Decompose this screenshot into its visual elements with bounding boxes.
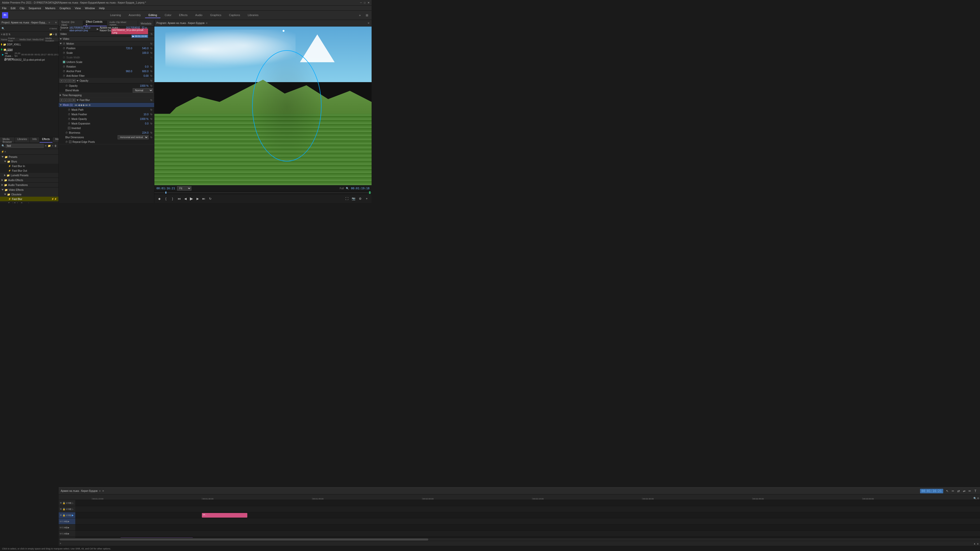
rotation-stopwatch[interactable]: ⏱ [63,65,65,68]
effects-group-presets-header[interactable]: 📁 Presets [0,155,59,159]
tab-learning[interactable]: Learning [107,13,124,18]
blend-mode-dropdown[interactable]: Normal Multiply Screen [133,88,153,93]
opacity-stopwatch[interactable]: ⏱ [65,84,68,87]
circle-mask-overlay[interactable] [252,50,321,161]
tab-libraries[interactable]: Libraries [15,137,30,143]
tab-audio-clip-mixer[interactable]: Audio Clip Mixer: Армия... [107,21,138,26]
opacity-pen[interactable]: ✏ [72,79,76,83]
sort-btn[interactable]: ⇅ [8,33,11,36]
anchor-stopwatch[interactable]: ⏱ [63,70,65,73]
opacity-fx-toggle[interactable]: f [60,79,63,83]
project-panel-close-icon[interactable]: ✕ [55,21,57,24]
effects-group-video-effects-header[interactable]: 📁 Video Effects [0,187,59,192]
mask-expansion-stopwatch[interactable]: ⏱ [68,122,70,125]
anti-flicker-reset-btn[interactable]: ↻ [150,74,153,78]
mask-feather-value[interactable]: 10.0 [133,113,148,116]
effects-group-obsolete-header[interactable]: 📁 Obsolete [0,192,59,197]
scale-reset-btn[interactable]: ↻ [150,51,153,55]
effects-group-audio-transitions-header[interactable]: 📁 Audio Transitions [0,183,59,187]
step-back-btn[interactable]: ◀ [183,196,188,202]
tab-color[interactable]: Color [161,13,175,18]
maximize-btn[interactable]: □ [364,1,366,4]
play-pause-btn[interactable]: ▶ [189,196,194,202]
minimize-btn[interactable]: ─ [360,1,362,4]
repeat-edge-checkbox[interactable] [69,141,72,143]
program-scrubber[interactable] [154,191,372,194]
tab-effects[interactable]: Effects [40,137,52,143]
ec-motion-header[interactable]: ⏱ Motion ↻ [59,41,154,46]
add-marker-btn[interactable]: ◆ [156,196,162,202]
effect-fast-blur-out[interactable]: ⚡ Fast Blur Out [0,168,59,173]
mask-track-btn[interactable]: ⊕ [89,103,91,106]
ec-opacity-header[interactable]: f ○ □ ✏ Opacity ↻ [59,78,154,83]
anti-flicker-value[interactable]: 0.00 [133,75,148,77]
program-zoom-icon[interactable]: 🔍 [346,187,349,190]
blurriness-stopwatch[interactable]: ⏱ [65,131,68,134]
mask-feather-reset-btn[interactable]: ↻ [150,113,153,116]
fast-blur-fx-toggle[interactable]: f [60,98,63,102]
trash-btn[interactable]: 🗑 [55,33,57,36]
view-list-btn[interactable]: ≡ [1,33,3,36]
opacity-mask-rect[interactable]: □ [68,79,72,83]
opacity-value[interactable]: 1000 % [133,84,148,87]
effects-group-blurs-header[interactable]: 📁 Blurs [0,159,59,164]
tab-markers[interactable]: Markers [52,137,59,143]
program-menu-icon[interactable]: ≡ [206,22,207,24]
tab-effects[interactable]: Effects [176,13,191,18]
workspace-more-btn[interactable]: » [357,13,363,18]
step-fwd-btn[interactable]: ▶ [195,196,200,202]
view-free-btn[interactable]: ☰ [6,33,8,36]
rotation-value[interactable]: 0.0 [133,65,148,68]
effects-search-input[interactable] [6,144,44,148]
fast-blur-pen[interactable]: ✏ [72,98,76,102]
menu-graphics[interactable]: Graphics [59,6,71,10]
scrubber-playhead[interactable] [165,192,166,194]
tab-libraries[interactable]: Libraries [244,13,262,18]
inverted-checkbox[interactable] [68,127,70,129]
menu-edit[interactable]: Edit [11,6,16,10]
mask-add-keyframe-btn[interactable]: ◆ [80,103,83,106]
mask-frame-fwd-btn[interactable]: ⏭ [86,103,88,106]
fast-blur-mask-ellipse[interactable]: ○ [64,98,67,102]
workspace-settings-btn[interactable]: ⊞ [364,13,369,18]
antiflicker-stopwatch[interactable]: ⏱ [63,75,65,77]
menu-window[interactable]: Window [85,6,95,10]
mask-expansion-reset-btn[interactable]: ↻ [150,122,153,125]
blurriness-value[interactable]: 224.0 [133,131,148,134]
scale-width-reset-btn[interactable]: ↻ [150,56,153,59]
view-icon-btn[interactable]: ⊞ [3,33,5,36]
menu-file[interactable]: File [2,6,6,10]
rotation-reset-btn[interactable]: ↻ [150,65,153,68]
fast-blur-mask-rect[interactable]: □ [68,98,72,102]
mask-play-back-btn[interactable]: ◀ [78,103,80,106]
fast-blur-reset-btn[interactable]: ↻ [150,98,153,102]
anchor-y-value[interactable]: 600.0 [133,70,148,73]
effects-view-toggle[interactable]: ≡ [5,150,6,153]
menu-markers[interactable]: Markers [45,6,56,10]
mask-expansion-value[interactable]: 0.0 [133,122,148,125]
effects-new-preset-btn[interactable]: + [52,144,53,147]
tab-metadata[interactable]: Metadata [138,21,154,26]
anchor-x-value[interactable]: 960.0 [117,70,132,73]
menu-sequence[interactable]: Sequence [29,6,41,10]
new-item-btn[interactable]: + [53,33,54,36]
position-y-value[interactable]: 540.0 [133,47,148,50]
effects-group-audio-header[interactable]: 📁 Audio Effects [0,178,59,183]
position-stopwatch[interactable]: ⏱ [63,47,65,50]
uniform-scale-checkbox[interactable] [63,61,65,63]
tab-captions[interactable]: Captions [225,13,243,18]
motion-stopwatch[interactable]: ⏱ [63,42,65,45]
tab-media-browser[interactable]: Media Browser [0,137,15,143]
scale-stopwatch[interactable]: ⏱ [63,52,65,54]
mask-opacity-value[interactable]: 1000 % [133,118,148,121]
new-bin-btn[interactable]: 📁 [49,33,52,36]
export-frame-btn[interactable]: 📷 [351,196,356,202]
tab-effect-controls[interactable]: Effect Controls ≡ [83,21,107,26]
settings-btn[interactable]: ⚙ [357,196,363,202]
ec-timeline-scroll-btn[interactable]: ↻ [149,33,154,35]
project-panel-menu-icon[interactable]: ≡ [49,21,50,24]
opacity-val-reset-btn[interactable]: ↻ [150,84,153,87]
tab-editing[interactable]: Editing [145,13,161,18]
mask-path-reset-btn[interactable]: ↻ [150,108,153,111]
menu-help[interactable]: Help [99,6,105,10]
